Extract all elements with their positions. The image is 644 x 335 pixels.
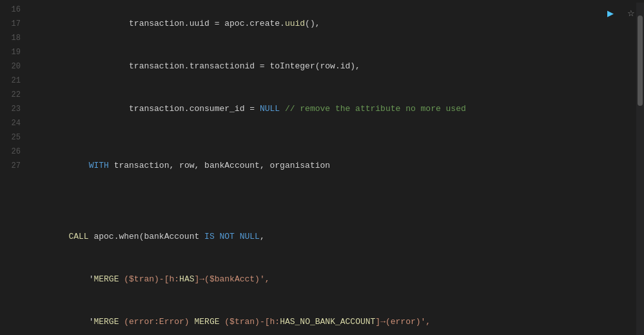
star-button[interactable]: ☆ <box>623 5 639 21</box>
code-content: 16 17 18 19 20 21 22 23 24 25 26 27 tran… <box>0 0 644 335</box>
code-toolbar: ▶ ☆ <box>603 5 639 21</box>
code-line: transaction.transactionid = toInteger(ro… <box>28 45 631 88</box>
scrollbar-thumb[interactable] <box>638 15 643 106</box>
code-line <box>28 201 631 216</box>
code-line: 'MERGE (error:Error) MERGE ($tran)-[h:HA… <box>28 301 631 335</box>
line-numbers: 16 17 18 19 20 21 22 23 24 25 26 27 <box>0 3 26 335</box>
code-line: 'MERGE ($tran)-[h:HAS]→($bankAcct)', <box>28 258 631 301</box>
code-line: CALL apoc.when(bankAccount IS NOT NULL, <box>28 216 631 258</box>
code-line <box>28 130 631 145</box>
scrollbar-track[interactable] <box>636 3 644 335</box>
code-lines: transaction.uuid = apoc.create.uuid(), t… <box>26 3 636 335</box>
run-button[interactable]: ▶ <box>603 5 618 21</box>
code-line: transaction.uuid = apoc.create.uuid(), <box>28 3 631 45</box>
code-line: transaction.consumer_id = NULL // remove… <box>28 88 631 130</box>
code-line <box>28 187 631 201</box>
code-line: WITH transaction, row, bankAccount, orga… <box>28 145 631 187</box>
code-editor: ▶ ☆ 16 17 18 19 20 21 22 23 24 25 26 27 … <box>0 0 644 335</box>
